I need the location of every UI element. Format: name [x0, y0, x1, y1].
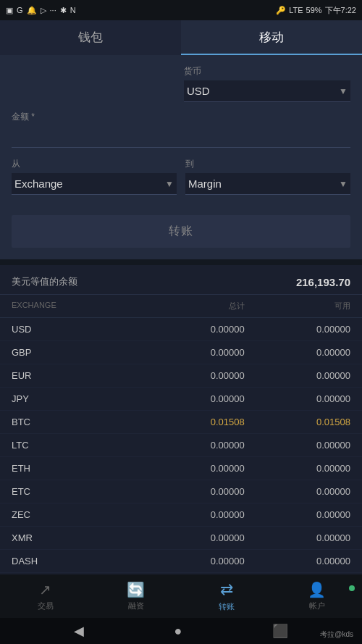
icon-key: 🔑	[276, 6, 286, 15]
table-row: ETH 0.00000 0.00000	[0, 457, 362, 480]
row-name-eur: EUR	[12, 370, 139, 381]
nav-item-transfer[interactable]: ⇄ 转账	[181, 580, 272, 612]
transfer-btn-area: 转账	[0, 208, 362, 259]
row-total-ltc: 0.00000	[139, 440, 245, 451]
currency-label: 货币	[184, 65, 350, 78]
row-name-zec: ZEC	[12, 509, 139, 520]
from-value: Exchange	[14, 177, 63, 190]
col-header-section: EXCHANGE	[12, 301, 139, 311]
bottom-nav: ↗ 交易 🔄 融资 ⇄ 转账 👤 帐户	[0, 574, 362, 618]
android-recent-btn[interactable]: ⬛	[272, 623, 288, 639]
table-row: GBP 0.00000 0.00000	[0, 341, 362, 364]
account-icon: 👤	[308, 581, 326, 598]
watermark: 考拉@kds	[320, 630, 353, 640]
row-available-dash: 0.00000	[245, 556, 350, 566]
nav-item-account[interactable]: 👤 帐户	[272, 581, 362, 611]
col-header-available: 可用	[245, 301, 350, 311]
balance-label: 美元等值的余额	[12, 275, 77, 288]
row-name-jpy: JPY	[12, 393, 139, 404]
from-arrow-icon: ▼	[165, 179, 174, 189]
tab-transfer[interactable]: 移动	[181, 20, 362, 55]
icon-play: ▷	[41, 6, 46, 15]
table-row: EUR 0.00000 0.00000	[0, 364, 362, 388]
row-available-jpy: 0.00000	[245, 393, 350, 404]
icon-dots: ···	[50, 6, 56, 14]
row-total-usd: 0.00000	[139, 324, 245, 335]
row-total-xmr: 0.00000	[139, 532, 245, 543]
icon-bluetooth: ✱	[60, 6, 67, 15]
balance-section: 美元等值的余额 216,193.70	[0, 265, 362, 295]
to-arrow-icon: ▼	[339, 179, 348, 189]
row-available-eur: 0.00000	[245, 370, 350, 381]
row-name-xmr: XMR	[12, 532, 139, 543]
amount-input[interactable]	[12, 126, 350, 148]
row-name-usd: USD	[12, 324, 139, 335]
status-time: 下午7:22	[325, 5, 356, 16]
balance-value: 216,193.70	[296, 276, 350, 288]
to-select[interactable]: Margin ▼	[185, 173, 350, 195]
icon-g: G	[17, 6, 23, 14]
fund-icon: 🔄	[127, 581, 145, 598]
android-home-btn[interactable]: ●	[174, 624, 182, 639]
row-name-btc: BTC	[12, 417, 139, 427]
table-row: ZEC 0.00000 0.00000	[0, 503, 362, 527]
table-header: EXCHANGE 总计 可用	[0, 295, 362, 318]
row-total-eth: 0.00000	[139, 463, 245, 474]
row-name-ltc: LTC	[12, 440, 139, 451]
android-bar: ◀ ● ⬛ 考拉@kds	[0, 618, 362, 644]
table-row: JPY 0.00000 0.00000	[0, 388, 362, 411]
account-online-dot	[349, 585, 355, 591]
row-available-eth: 0.00000	[245, 463, 350, 474]
from-select[interactable]: Exchange ▼	[12, 173, 177, 195]
row-total-etc: 0.00000	[139, 486, 245, 497]
status-right-icons: 🔑 LTE 59% 下午7:22	[276, 5, 356, 16]
row-total-zec: 0.00000	[139, 509, 245, 520]
table-row: ETC 0.00000 0.00000	[0, 480, 362, 503]
row-total-dash: 0.00000	[139, 556, 245, 566]
icon-nfc: N	[70, 6, 76, 14]
from-label: 从	[12, 158, 177, 170]
row-name-gbp: GBP	[12, 347, 139, 358]
col-header-total: 总计	[139, 301, 245, 311]
row-name-etc: ETC	[12, 486, 139, 497]
android-back-btn[interactable]: ◀	[74, 623, 84, 639]
nav-item-trade[interactable]: ↗ 交易	[0, 581, 90, 611]
nav-label-account: 帐户	[309, 601, 325, 611]
icon-lte: LTE	[289, 6, 303, 14]
transfer-button[interactable]: 转账	[12, 215, 350, 248]
row-name-dash: DASH	[12, 556, 139, 566]
top-tab-bar: 钱包 移动	[0, 20, 362, 55]
transfer-icon: ⇄	[220, 580, 233, 599]
status-left-icons: ▣ G 🔔 ▷ ··· ✱ N	[6, 6, 76, 15]
trade-icon: ↗	[39, 581, 51, 598]
currency-arrow-icon: ▼	[339, 86, 348, 96]
row-available-zec: 0.00000	[245, 509, 350, 520]
nav-label-fund: 融资	[128, 601, 144, 611]
balance-table: EXCHANGE 总计 可用 USD 0.00000 0.00000 GBP 0…	[0, 295, 362, 596]
row-available-ltc: 0.00000	[245, 440, 350, 451]
table-row: LTC 0.00000 0.00000	[0, 434, 362, 457]
separator	[0, 259, 362, 265]
icon-bell: 🔔	[27, 6, 37, 15]
nav-label-trade: 交易	[38, 601, 54, 611]
amount-label: 金额 *	[12, 111, 350, 123]
row-total-btc: 0.01508	[139, 417, 245, 427]
form-area: 货币 USD ▼ 金额 * 从 Exchange ▼ 到 Margin ▼	[0, 55, 362, 208]
row-available-usd: 0.00000	[245, 324, 350, 335]
row-name-eth: ETH	[12, 463, 139, 474]
icon-battery: 59%	[306, 6, 322, 14]
row-available-etc: 0.00000	[245, 486, 350, 497]
to-label: 到	[185, 158, 350, 170]
currency-value: USD	[187, 85, 210, 97]
nav-item-fund[interactable]: 🔄 融资	[90, 581, 181, 611]
row-total-gbp: 0.00000	[139, 347, 245, 358]
icon-menu: ▣	[6, 6, 13, 15]
row-available-gbp: 0.00000	[245, 347, 350, 358]
row-available-xmr: 0.00000	[245, 532, 350, 543]
table-row: XMR 0.00000 0.00000	[0, 527, 362, 550]
table-row: BTC 0.01508 0.01508	[0, 411, 362, 434]
currency-select[interactable]: USD ▼	[184, 80, 350, 102]
to-value: Margin	[188, 177, 222, 190]
tab-wallet[interactable]: 钱包	[0, 20, 181, 55]
table-row: USD 0.00000 0.00000	[0, 318, 362, 341]
